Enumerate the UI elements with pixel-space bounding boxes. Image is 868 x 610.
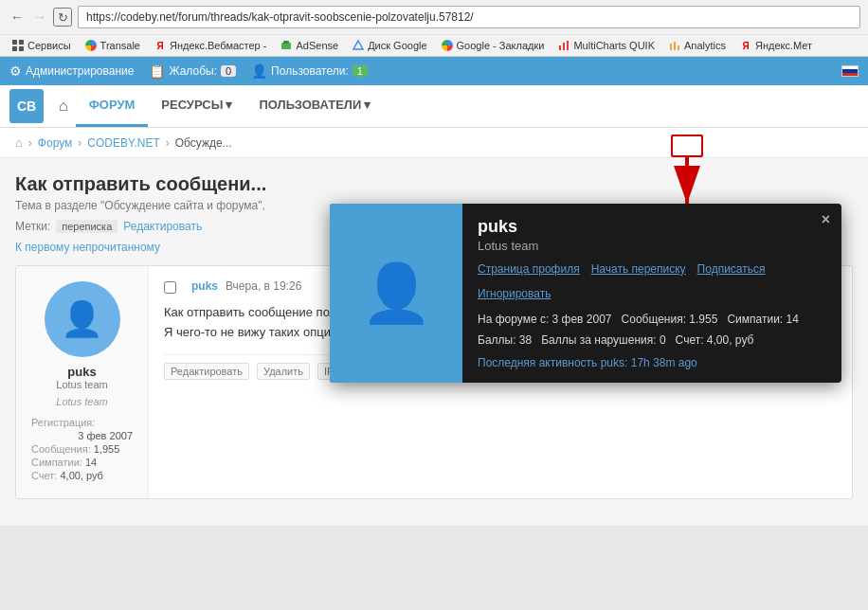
delete-post-button[interactable]: Удалить <box>257 363 310 380</box>
bookmark-transale-label: Transale <box>100 40 140 51</box>
admin-bar: ⚙ Администрирование 📋 Жалобы: 0 👤 Пользо… <box>0 57 868 85</box>
bookmark-google-disk-label: Диск Google <box>368 40 426 51</box>
user-stats: Регистрация: 3 фев 2007 Сообщения: 1,955… <box>31 417 133 483</box>
likes-label: Симпатии: <box>31 457 82 468</box>
svg-rect-4 <box>281 43 291 49</box>
popup-links: Страница профиля Начать переписку Подпис… <box>478 262 826 300</box>
bookmark-analytics[interactable]: Analytics <box>664 38 730 53</box>
popup-subscribe-link[interactable]: Подписаться <box>697 262 766 276</box>
nav-forum-label: ФОРУМ <box>89 98 136 112</box>
popup-info: puks Lotus team Страница профиля Начать … <box>462 204 841 383</box>
complaints-link[interactable]: 📋 Жалобы: 0 <box>149 63 236 79</box>
likes-val: 14 <box>85 457 97 468</box>
popup-likes-label: Симпатии: <box>727 313 783 326</box>
bookmark-yandex-webmaster-label: Яндекс.Вебмастер - <box>170 40 267 51</box>
post-select-checkbox[interactable] <box>164 281 176 294</box>
bookmark-services[interactable]: Сервисы <box>8 38 75 53</box>
popup-messages-label: Сообщения: <box>622 313 686 326</box>
post-author-badge: Lotus team <box>56 396 107 407</box>
popup-profile-link[interactable]: Страница профиля <box>478 262 580 276</box>
bookmark-transale[interactable]: Transale <box>81 38 144 53</box>
page-content: ⚙ Администрирование 📋 Жалобы: 0 👤 Пользо… <box>0 57 868 526</box>
bookmark-yandex-met-label: Яндекс.Мет <box>755 40 812 51</box>
popup-message-link[interactable]: Начать переписку <box>591 262 686 276</box>
back-button[interactable]: ← <box>8 8 27 27</box>
nav-resources[interactable]: РЕСУРСЫ ▾ <box>148 85 245 127</box>
users-badge: 1 <box>353 65 368 77</box>
edit-tags-link[interactable]: Редактировать <box>123 220 202 233</box>
admin-bar-right <box>841 65 859 77</box>
browser-toolbar: ← → ↻ <box>0 0 868 34</box>
breadcrumb-sep-1: › <box>28 136 32 150</box>
bookmark-multicharts[interactable]: MultiCharts QUIK <box>553 38 659 53</box>
bookmark-adsense-label: AdSense <box>296 40 338 51</box>
nav-forum[interactable]: ФОРУМ <box>76 85 149 127</box>
complaints-badge: 0 <box>221 65 236 77</box>
bookmark-google-bookmarks[interactable]: Google - Закладки <box>437 38 549 53</box>
nav-buttons: ← → ↻ <box>8 8 72 27</box>
post-sidebar: 👤 puks Lotus team Lotus team Регистрация… <box>16 266 149 498</box>
breadcrumb-section: Обсужде... <box>175 136 232 150</box>
address-bar[interactable] <box>78 6 860 28</box>
score-label: Счет: <box>31 470 57 481</box>
popup-avatar: 👤 <box>330 204 462 383</box>
nav-users-chevron: ▾ <box>364 98 371 112</box>
messages-label: Сообщения: <box>31 443 91 455</box>
reg-label: Регистрация: <box>31 417 95 428</box>
svg-rect-16 <box>673 136 701 155</box>
admin-link[interactable]: ⚙ Администрирование <box>9 63 134 79</box>
svg-rect-5 <box>283 41 289 44</box>
reg-val: 3 фев 2007 <box>78 430 133 441</box>
svg-rect-8 <box>563 43 565 50</box>
reload-button[interactable]: ↻ <box>53 8 72 27</box>
site-logo[interactable]: CB <box>9 89 44 123</box>
svg-marker-6 <box>353 41 363 49</box>
svg-rect-10 <box>670 44 672 50</box>
meta-tag-1[interactable]: переписка <box>56 220 118 233</box>
bookmark-services-label: Сервисы <box>27 40 71 51</box>
flag-icon <box>841 65 859 77</box>
svg-rect-2 <box>12 46 17 51</box>
svg-rect-0 <box>12 40 17 45</box>
breadcrumb-sep-3: › <box>166 136 170 150</box>
avatar: 👤 <box>45 281 120 357</box>
logo-text: CB <box>17 99 36 114</box>
popup-stats: На форуме с: 3 фев 2007 Сообщения: 1.955… <box>478 310 826 350</box>
messages-val: 1,955 <box>94 443 120 455</box>
bookmark-analytics-label: Analytics <box>684 40 726 51</box>
breadcrumb: ⌂ › Форум › CODEBY.NET › Обсужде... <box>0 128 868 158</box>
popup-last-activity: Последняя активность puks: 17h 38m ago <box>478 356 826 369</box>
bookmark-yandex-met[interactable]: Я Яндекс.Мет <box>735 38 816 53</box>
popup-avatar-icon: 👤 <box>361 260 432 327</box>
svg-rect-11 <box>674 42 676 50</box>
post-author-role: Lotus team <box>56 379 107 390</box>
nav-home-button[interactable]: ⌂ <box>51 88 76 124</box>
nav-users[interactable]: ПОЛЬЗОВАТЕЛИ ▾ <box>245 85 384 127</box>
bookmark-google-disk[interactable]: Диск Google <box>348 38 430 53</box>
breadcrumb-site[interactable]: CODEBY.NET <box>87 136 159 150</box>
breadcrumb-forum[interactable]: Форум <box>38 136 72 150</box>
popup-ignore-link[interactable]: Игнорировать <box>478 287 551 300</box>
forward-button[interactable]: → <box>30 8 49 27</box>
score-val: 4,00, руб <box>60 470 102 481</box>
bookmark-yandex-webmaster[interactable]: Я Яндекс.Вебмастер - <box>150 38 271 53</box>
popup-score-val: 38 <box>519 333 532 347</box>
popup-violations-label: Баллы за нарушения: <box>541 333 656 347</box>
post-date: Вчера, в 19:26 <box>226 279 301 293</box>
popup-since-label: На форуме с: <box>478 313 549 326</box>
nav-resources-chevron: ▾ <box>226 98 232 112</box>
edit-post-button[interactable]: Редактировать <box>164 363 249 380</box>
browser-chrome: ← → ↻ Сервисы Transale Я Яндекс.Вебмасте… <box>0 0 868 57</box>
bookmark-adsense[interactable]: AdSense <box>276 38 342 53</box>
nav-bar: CB ⌂ ФОРУМ РЕСУРСЫ ▾ ПОЛЬЗОВАТЕЛИ ▾ <box>0 85 868 128</box>
users-link[interactable]: 👤 Пользователи: 1 <box>251 63 368 79</box>
popup-account-val: 4,00, руб <box>707 333 754 347</box>
bookmark-google-bookmarks-label: Google - Закладки <box>457 40 545 51</box>
bookmark-multicharts-label: MultiCharts QUIK <box>573 40 655 51</box>
post-author-name[interactable]: puks <box>67 365 96 379</box>
svg-rect-7 <box>559 45 561 50</box>
popup-user-role: Lotus team <box>478 239 826 253</box>
popup-last-val: 17h 38m ago <box>631 356 697 369</box>
popup-close-button[interactable]: × <box>822 211 830 228</box>
avatar-person-icon: 👤 <box>61 299 103 339</box>
